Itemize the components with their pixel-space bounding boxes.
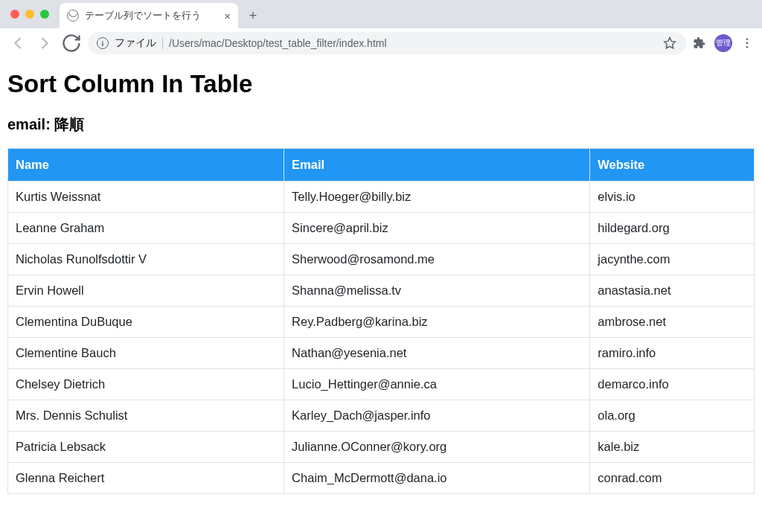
column-header-name[interactable]: Name: [8, 149, 284, 182]
table-row: Patricia LebsackJulianne.OConner@kory.or…: [8, 432, 755, 463]
cell-website: hildegard.org: [590, 213, 755, 244]
globe-icon: [67, 10, 79, 22]
cell-email: Karley_Dach@jasper.info: [284, 400, 590, 432]
tab-bar: テーブル列でソートを行う × +: [0, 0, 762, 28]
cell-website: conrad.com: [590, 463, 755, 494]
table-row: Nicholas Runolfsdottir VSherwood@rosamon…: [8, 244, 755, 275]
toolbar-right: 管理: [692, 34, 755, 52]
cell-name: Kurtis Weissnat: [8, 182, 284, 213]
cell-name: Chelsey Dietrich: [8, 369, 284, 400]
cell-email: Lucio_Hettinger@annie.ca: [284, 369, 590, 400]
cell-website: ambrose.net: [590, 307, 755, 338]
tab-title: テーブル列でソートを行う: [85, 10, 201, 22]
page-title: Sort Column In Table: [7, 70, 755, 98]
profile-label: 管理: [716, 38, 731, 48]
cell-name: Glenna Reichert: [8, 463, 284, 494]
cell-email: Shanna@melissa.tv: [284, 275, 590, 307]
cell-name: Ervin Howell: [8, 275, 284, 307]
cell-email: Julianne.OConner@kory.org: [284, 432, 590, 463]
browser-tab[interactable]: テーブル列でソートを行う ×: [60, 3, 238, 28]
table-row: Chelsey DietrichLucio_Hettinger@annie.ca…: [8, 369, 755, 400]
profile-badge[interactable]: 管理: [714, 34, 732, 52]
column-header-email[interactable]: Email: [284, 149, 590, 182]
page-content: Sort Column In Table email: 降順 Name Emai…: [0, 58, 762, 501]
cell-website: ola.org: [590, 400, 755, 432]
cell-website: kale.biz: [590, 432, 755, 463]
table-row: Leanne GrahamSincere@april.bizhildegard.…: [8, 213, 755, 244]
window-minimize-button[interactable]: [25, 10, 34, 19]
cell-website: demarco.info: [590, 369, 755, 400]
table-row: Mrs. Dennis SchulistKarley_Dach@jasper.i…: [8, 400, 755, 432]
back-button[interactable]: [7, 33, 28, 54]
cell-email: Telly.Hoeger@billy.biz: [284, 182, 590, 213]
address-divider: [162, 37, 163, 49]
cell-name: Nicholas Runolfsdottir V: [8, 244, 284, 275]
browser-menu-button[interactable]: [740, 36, 755, 51]
table-row: Clementine BauchNathan@yesenia.netramiro…: [8, 338, 755, 369]
cell-website: jacynthe.com: [590, 244, 755, 275]
cell-website: anastasia.net: [590, 275, 755, 307]
cell-email: Sherwood@rosamond.me: [284, 244, 590, 275]
browser-chrome: テーブル列でソートを行う × + i ファイル /Users/mac/Deskt…: [0, 0, 762, 58]
site-info-icon[interactable]: i: [97, 37, 109, 49]
new-tab-button[interactable]: +: [243, 5, 263, 26]
cell-email: Rey.Padberg@karina.biz: [284, 307, 590, 338]
tab-close-button[interactable]: ×: [224, 10, 231, 22]
svg-marker-0: [665, 38, 676, 48]
cell-website: elvis.io: [590, 182, 755, 213]
cell-website: ramiro.info: [590, 338, 755, 369]
svg-point-2: [746, 42, 749, 45]
cell-email: Nathan@yesenia.net: [284, 338, 590, 369]
url-path: /Users/mac/Desktop/test_table_filter/ind…: [169, 37, 656, 49]
data-table: Name Email Website Kurtis WeissnatTelly.…: [7, 148, 755, 494]
reload-button[interactable]: [61, 33, 82, 54]
column-header-website[interactable]: Website: [590, 149, 755, 182]
window-maximize-button[interactable]: [40, 10, 49, 19]
svg-point-3: [746, 46, 749, 48]
cell-email: Chaim_McDermott@dana.io: [284, 463, 590, 494]
sort-status: email: 降順: [7, 115, 755, 135]
window-close-button[interactable]: [10, 10, 19, 19]
cell-name: Leanne Graham: [8, 213, 284, 244]
bookmark-star-icon[interactable]: [662, 36, 677, 51]
cell-name: Patricia Lebsack: [8, 432, 284, 463]
address-bar[interactable]: i ファイル /Users/mac/Desktop/test_table_fil…: [88, 32, 686, 54]
table-row: Clementina DuBuqueRey.Padberg@karina.biz…: [8, 307, 755, 338]
window-controls: [7, 0, 55, 28]
table-header-row: Name Email Website: [8, 149, 755, 182]
table-row: Ervin HowellShanna@melissa.tvanastasia.n…: [8, 275, 755, 307]
table-row: Glenna ReichertChaim_McDermott@dana.ioco…: [8, 463, 755, 494]
extensions-icon[interactable]: [692, 36, 707, 51]
svg-point-1: [746, 38, 749, 40]
browser-toolbar: i ファイル /Users/mac/Desktop/test_table_fil…: [0, 28, 762, 58]
table-row: Kurtis WeissnatTelly.Hoeger@billy.bizelv…: [8, 182, 755, 213]
url-scheme-label: ファイル: [115, 36, 156, 50]
forward-button[interactable]: [34, 33, 55, 54]
cell-name: Clementine Bauch: [8, 338, 284, 369]
cell-email: Sincere@april.biz: [284, 213, 590, 244]
cell-name: Mrs. Dennis Schulist: [8, 400, 284, 432]
cell-name: Clementina DuBuque: [8, 307, 284, 338]
